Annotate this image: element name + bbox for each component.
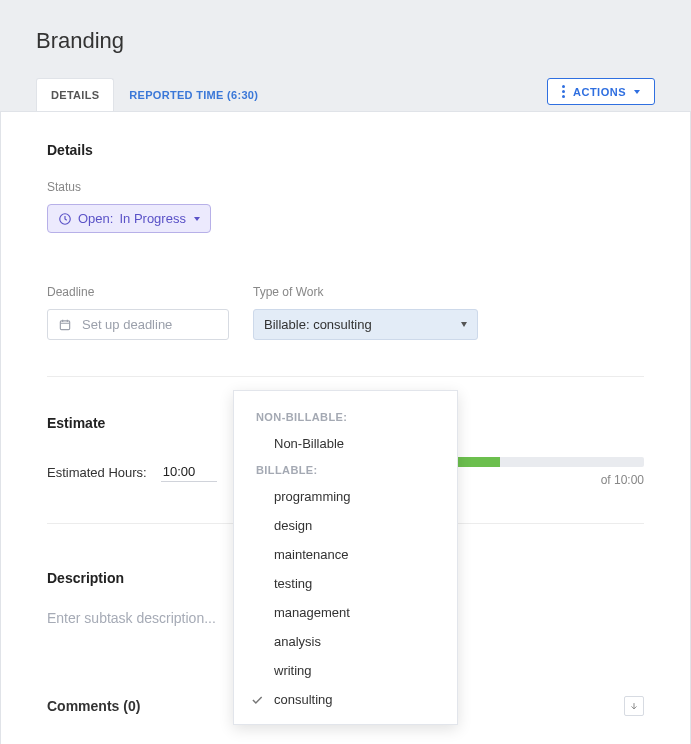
deadline-input[interactable]: Set up deadline <box>47 309 229 340</box>
page-title: Branding <box>36 28 655 54</box>
dropdown-item[interactable]: analysis <box>234 627 457 656</box>
dropdown-item-label: Non-Billable <box>274 436 344 451</box>
chevron-down-icon <box>461 322 467 327</box>
svg-rect-1 <box>60 320 69 329</box>
details-heading: Details <box>47 142 644 158</box>
chevron-down-icon <box>634 90 640 94</box>
chevron-down-icon <box>194 217 200 221</box>
deadline-placeholder: Set up deadline <box>82 317 172 332</box>
actions-label: ACTIONS <box>573 86 626 98</box>
dropdown-item-label: testing <box>274 576 312 591</box>
check-icon <box>250 693 264 707</box>
dropdown-group-label: BILLABLE: <box>234 458 457 482</box>
status-select[interactable]: Open: In Progress <box>47 204 211 233</box>
status-label: Status <box>47 180 644 194</box>
divider <box>47 376 644 377</box>
dropdown-item-label: design <box>274 518 312 533</box>
comments-heading: Comments (0) <box>47 698 140 714</box>
actions-button[interactable]: ACTIONS <box>547 78 655 105</box>
estimated-hours-input[interactable] <box>161 462 217 482</box>
progress-of-text: of 10:00 <box>601 473 644 487</box>
tab-details[interactable]: DETAILS <box>36 78 114 111</box>
dropdown-item[interactable]: programming <box>234 482 457 511</box>
dropdown-item-label: maintenance <box>274 547 348 562</box>
kebab-icon <box>562 85 565 98</box>
dropdown-item-label: consulting <box>274 692 333 707</box>
dropdown-item[interactable]: Non-Billable <box>234 429 457 458</box>
dropdown-item-label: management <box>274 605 350 620</box>
dropdown-item-label: writing <box>274 663 312 678</box>
calendar-icon <box>58 318 72 332</box>
tabs-row: DETAILS REPORTED TIME (6:30) ACTIONS <box>0 78 691 111</box>
scroll-down-button[interactable] <box>624 696 644 716</box>
type-of-work-value: Billable: consulting <box>264 317 372 332</box>
status-state: In Progress <box>119 211 185 226</box>
dropdown-item-label: programming <box>274 489 351 504</box>
type-of-work-dropdown: NON-BILLABLE:Non-BillableBILLABLE:progra… <box>233 390 458 725</box>
dropdown-item[interactable]: testing <box>234 569 457 598</box>
type-of-work-select[interactable]: Billable: consulting <box>253 309 478 340</box>
deadline-label: Deadline <box>47 285 229 299</box>
status-prefix: Open: <box>78 211 113 226</box>
clock-icon <box>58 212 72 226</box>
arrow-down-icon <box>629 701 639 711</box>
dropdown-group-label: NON-BILLABLE: <box>234 405 457 429</box>
type-of-work-label: Type of Work <box>253 285 478 299</box>
dropdown-item[interactable]: maintenance <box>234 540 457 569</box>
dropdown-item[interactable]: consulting <box>234 685 457 714</box>
estimated-hours-label: Estimated Hours: <box>47 465 147 480</box>
tab-reported-time[interactable]: REPORTED TIME (6:30) <box>114 78 273 111</box>
dropdown-item[interactable]: management <box>234 598 457 627</box>
dropdown-item[interactable]: writing <box>234 656 457 685</box>
details-panel: Details Status Open: In Progress Deadlin… <box>0 111 691 744</box>
dropdown-item-label: analysis <box>274 634 321 649</box>
dropdown-item[interactable]: design <box>234 511 457 540</box>
